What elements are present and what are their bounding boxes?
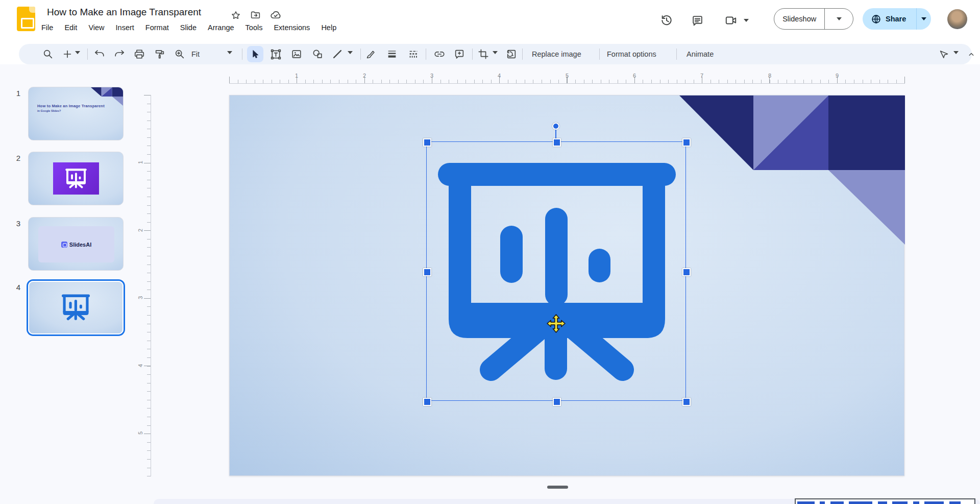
animate-button[interactable]: Animate [683, 44, 717, 64]
slide-thumbnail-1[interactable]: How to Make an Image Transparent in Goog… [28, 87, 124, 140]
clipped-text-fragment [820, 501, 825, 504]
clipped-popup [795, 498, 975, 504]
zoom-fit-select[interactable]: Fit [191, 44, 200, 64]
clipped-text-fragment [797, 501, 815, 504]
account-avatar[interactable] [947, 9, 967, 29]
menu-help[interactable]: Help [315, 22, 342, 33]
resize-handle-s[interactable] [553, 398, 561, 406]
h-ruler-label: 2 [359, 73, 370, 79]
add-comment-button[interactable] [451, 46, 468, 62]
resize-handle-nw[interactable] [423, 138, 431, 147]
clipped-text-fragment [924, 501, 944, 504]
share-dropdown[interactable] [916, 8, 931, 30]
zoom-in-button[interactable] [172, 46, 188, 62]
clipped-text-fragment [849, 501, 872, 504]
resize-handle-e[interactable] [682, 268, 691, 276]
document-title[interactable]: How to Make an Image Transparent [47, 7, 201, 18]
slide-number-2: 2 [7, 154, 20, 162]
resize-handle-w[interactable] [423, 268, 431, 276]
zoom-fit-dropdown[interactable] [227, 51, 232, 57]
menubar: File Edit View Insert Format Slide Arran… [36, 22, 342, 33]
slides-logo-icon[interactable] [17, 7, 35, 31]
slidesai-logo-icon [61, 242, 67, 248]
menu-file[interactable]: File [36, 22, 59, 33]
scribble-pen-button[interactable] [362, 46, 379, 62]
move-cursor-icon [547, 314, 566, 333]
presentation-board-icon [62, 294, 90, 321]
text-box-button[interactable] [267, 46, 284, 62]
share-label: Share [886, 15, 906, 23]
toolbar-separator [242, 49, 242, 60]
laser-pointer-dropdown[interactable] [953, 51, 959, 57]
cloud-saved-icon[interactable] [270, 9, 282, 21]
search-menus-button[interactable] [40, 46, 56, 62]
slide-number-4: 4 [7, 283, 20, 292]
select-tool-button[interactable] [247, 46, 263, 62]
add-slide-button[interactable] [59, 46, 76, 62]
toolbar-separator [360, 49, 361, 60]
crop-dropdown[interactable] [493, 51, 498, 57]
toolbar-separator [522, 49, 523, 60]
line-dash-button[interactable] [405, 46, 422, 62]
redo-button[interactable] [111, 46, 128, 62]
menu-edit[interactable]: Edit [59, 22, 83, 33]
star-icon[interactable] [231, 10, 241, 20]
menu-extensions[interactable]: Extensions [268, 22, 315, 33]
selection-bounding-box [426, 141, 686, 401]
thumb2-purple-image [53, 162, 99, 195]
insert-shape-button[interactable] [309, 46, 326, 62]
h-ruler-label: 5 [561, 73, 573, 79]
slideshow-button[interactable]: Slideshow [774, 15, 824, 23]
comments-button[interactable] [690, 13, 704, 28]
h-ruler-label: 7 [696, 73, 707, 79]
laser-pointer-button[interactable] [936, 46, 952, 62]
slidesai-logo-text: SlidesAI [69, 242, 91, 248]
thumb1-title: How to Make an Image Transparent [37, 104, 105, 108]
clipped-text-fragment [878, 501, 887, 504]
meet-camera-button[interactable] [724, 13, 738, 28]
insert-line-dropdown[interactable] [348, 51, 353, 57]
crop-image-button[interactable] [475, 46, 492, 62]
menu-format[interactable]: Format [140, 22, 175, 33]
move-to-folder-icon[interactable] [250, 10, 261, 20]
insert-link-button[interactable] [431, 46, 448, 62]
v-ruler-label: 4 [137, 362, 143, 369]
slideshow-dropdown[interactable] [824, 9, 853, 29]
slide-thumbnail-4-selected[interactable] [28, 281, 124, 334]
v-ruler-label: 3 [137, 294, 143, 301]
line-weight-button[interactable] [384, 46, 400, 62]
slide-thumbnail-3[interactable]: SlidesAI [28, 217, 124, 271]
insert-image-button[interactable] [288, 46, 305, 62]
print-button[interactable] [131, 46, 148, 62]
menu-arrange[interactable]: Arrange [202, 22, 240, 33]
share-button[interactable]: Share [863, 8, 916, 30]
clipped-text-fragment [830, 501, 844, 504]
collapse-toolbar-button[interactable] [963, 46, 979, 62]
undo-button[interactable] [91, 46, 108, 62]
paint-format-button[interactable] [152, 46, 168, 62]
rotation-handle[interactable] [552, 123, 559, 130]
replace-image-button[interactable]: Replace image [529, 44, 584, 64]
add-slide-dropdown[interactable] [75, 51, 80, 57]
version-history-button[interactable] [659, 13, 674, 28]
menu-tools[interactable]: Tools [240, 22, 268, 33]
slide-number-3: 3 [7, 219, 20, 228]
h-ruler-label: 9 [831, 73, 843, 79]
mask-image-button[interactable] [503, 46, 520, 62]
clipped-text-fragment [949, 501, 961, 504]
header: How to Make an Image Transparent File Ed… [0, 0, 980, 41]
notes-drag-handle[interactable] [547, 486, 568, 489]
h-ruler-label: 8 [764, 73, 775, 79]
meet-camera-dropdown[interactable] [742, 13, 750, 28]
share-button-group: Share [863, 8, 931, 30]
menu-slide[interactable]: Slide [175, 22, 202, 33]
menu-view[interactable]: View [83, 22, 110, 33]
insert-line-button[interactable] [329, 46, 346, 62]
resize-handle-se[interactable] [682, 398, 691, 406]
menu-insert[interactable]: Insert [110, 22, 140, 33]
resize-handle-sw[interactable] [423, 398, 431, 406]
format-options-button[interactable]: Format options [604, 44, 659, 64]
resize-handle-ne[interactable] [682, 138, 691, 147]
slide-thumbnail-2[interactable] [28, 152, 124, 205]
resize-handle-n[interactable] [553, 138, 561, 147]
